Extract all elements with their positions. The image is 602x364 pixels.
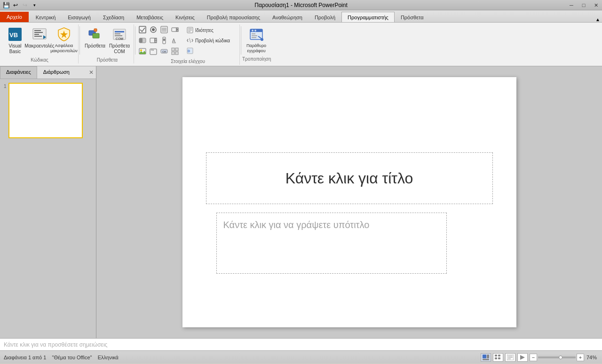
close-button[interactable]: ✕	[590, 0, 602, 10]
reading-view-button[interactable]	[505, 353, 515, 362]
slide-title-text: Κάντε κλικ για τίτλο	[285, 170, 413, 187]
save-qat-button[interactable]: 💾	[2, 1, 10, 9]
tab-programmatiths[interactable]: Προγραμματιστής	[341, 12, 395, 22]
slide-preview-1	[8, 83, 83, 138]
idiothtes-icon	[186, 26, 194, 34]
ctrl-scrollbar[interactable]	[160, 36, 168, 45]
status-right: − + 74%	[481, 353, 598, 362]
security-icon	[56, 27, 71, 42]
tab-kiniseis[interactable]: Κινήσεις	[169, 12, 201, 22]
slide-subtitle-text: Κάντε κλικ για να γράψετε υπότιτλο	[223, 220, 370, 230]
ctrl-togglebtn[interactable]	[138, 36, 147, 45]
ctrl-radio[interactable]	[149, 25, 158, 34]
slide-subtitle-placeholder[interactable]: Κάντε κλικ για να γράψετε υπότιτλο	[216, 213, 447, 274]
svg-rect-59	[252, 37, 256, 38]
vba-icon: VB	[8, 27, 23, 42]
svg-rect-13	[115, 31, 124, 32]
slide-panel: Διαφάνειες Διάρθρωση ✕ 1	[0, 66, 96, 338]
panel-close-button[interactable]: ✕	[87, 66, 96, 79]
sep-1	[79, 26, 80, 55]
svg-rect-44	[175, 52, 178, 55]
svg-rect-63	[487, 355, 489, 358]
ctrl-more[interactable]	[171, 47, 179, 55]
tab-anathewrish[interactable]: Αναθεώρηση	[266, 12, 309, 22]
window-title: Παρουσίαση1 - Microsoft PowerPoint	[254, 2, 347, 8]
sep-3	[241, 26, 241, 55]
svg-rect-65	[498, 355, 500, 356]
svg-rect-43	[172, 52, 174, 55]
tab-kentrikh[interactable]: Κεντρική	[30, 12, 62, 22]
svg-rect-41	[172, 48, 174, 51]
tab-proboli-par[interactable]: Προβολή παρουσίασης	[201, 12, 266, 22]
notes-area[interactable]: Κάντε κλικ για να προσθέσετε σημειώσεις	[0, 338, 602, 350]
svg-rect-62	[483, 359, 489, 360]
tab-diafaneies[interactable]: Διαφάνειες	[0, 66, 37, 79]
slideshow-button[interactable]	[517, 353, 528, 362]
slide-number-1: 1	[4, 84, 7, 89]
ribbon-help-button[interactable]: ▲	[595, 17, 600, 22]
svg-text:A: A	[172, 38, 175, 43]
slide-thumbnail-1[interactable]: 1	[4, 83, 92, 138]
parathyro-egrafou-button[interactable]: Παράθυροεγγράφου	[244, 24, 269, 55]
ctrl-cmd[interactable]: OK	[160, 47, 168, 55]
prostheta-btn[interactable]: Πρόσθετα	[83, 24, 107, 52]
svg-text:COM: COM	[116, 37, 124, 40]
makroentoles-button[interactable]: Μακροεντολές	[27, 24, 52, 52]
ctrl-listbox[interactable]	[160, 25, 168, 34]
svg-rect-57	[252, 33, 255, 34]
proboli-kwdika-button[interactable]: Προβολή κώδικα	[184, 36, 232, 45]
maximize-button[interactable]: □	[578, 0, 590, 10]
ribbon-content: VB VisualBasic	[0, 23, 602, 66]
ctrl-image[interactable]	[138, 47, 147, 55]
zoom-out-button[interactable]: −	[530, 354, 537, 361]
panel-tab-bar: Διαφάνειες Διάρθρωση ✕	[0, 66, 96, 79]
visual-basic-button[interactable]: VB VisualBasic	[3, 24, 27, 56]
normal-view-button[interactable]	[481, 353, 491, 362]
zoom-level[interactable]: 74%	[585, 355, 598, 360]
undo-qat-button[interactable]: ↩	[11, 1, 20, 9]
prostheta-icon	[87, 27, 103, 42]
svg-text:VB: VB	[9, 32, 18, 39]
ctrl-checkbox[interactable]	[138, 25, 147, 34]
parathyro-egrafou-label: Παράθυροεγγράφου	[246, 43, 266, 54]
zoom-track	[538, 356, 576, 358]
idiothtes-button[interactable]: Ιδιότητες	[184, 25, 232, 35]
tab-prostheta[interactable]: Πρόσθετα	[395, 12, 430, 22]
window-icon	[249, 27, 264, 42]
code-view-icon	[186, 37, 194, 44]
tab-eisagwgh[interactable]: Εισαγωγή	[62, 12, 97, 22]
asfalia-label: Ασφάλειαμακροεντολών	[50, 43, 78, 54]
svg-rect-32	[163, 39, 165, 41]
slide-sorter-button[interactable]	[493, 353, 503, 362]
ctrl-spinbtn[interactable]	[149, 36, 158, 45]
quick-access-toolbar: 💾 ↩ ↪ ▾	[2, 0, 39, 10]
svg-rect-11	[94, 29, 97, 32]
qat-dropdown-button[interactable]: ▾	[30, 1, 39, 9]
prostheta-com-button[interactable]: COM ΠρόσθεταCOM	[107, 24, 132, 56]
svg-point-36	[140, 49, 142, 51]
zoom-slider[interactable]	[538, 355, 576, 360]
tab-diarthrwsh[interactable]: Διάρθρωση	[37, 66, 76, 79]
sep-2	[135, 26, 135, 55]
ctrl-label[interactable]: A	[171, 36, 179, 45]
ctrl-combobox[interactable]	[171, 25, 179, 34]
tab-arxeio[interactable]: Αρχείο	[0, 12, 29, 22]
svg-rect-3	[34, 30, 41, 31]
slide-info: Διαφάνεια 1 από 1	[4, 355, 46, 360]
zoom-in-button[interactable]: +	[577, 354, 584, 361]
prostheta-btn-label: Πρόσθετα	[85, 43, 105, 49]
svg-rect-67	[498, 357, 500, 359]
tab-proboli[interactable]: Προβολή	[309, 12, 341, 22]
theme-info: "Θέμα του Office"	[52, 355, 92, 360]
tab-metabaseis[interactable]: Μεταβάσεις	[130, 12, 169, 22]
asfalia-button[interactable]: Ασφάλειαμακροεντολών	[52, 24, 76, 55]
svg-rect-14	[115, 33, 120, 34]
zoom-thumb[interactable]	[559, 356, 562, 359]
redo-qat-button[interactable]: ↪	[21, 1, 29, 9]
minimize-button[interactable]: ─	[565, 0, 578, 10]
slide-title-placeholder[interactable]: Κάντε κλικ για τίτλο	[206, 152, 493, 204]
tab-sxediash[interactable]: Σχεδίαση	[97, 12, 130, 22]
ctrl-frame[interactable]: Aa	[149, 47, 158, 55]
design-mode-button[interactable]: D	[184, 46, 232, 55]
notes-placeholder: Κάντε κλικ για να προσθέσετε σημειώσεις	[4, 341, 107, 348]
